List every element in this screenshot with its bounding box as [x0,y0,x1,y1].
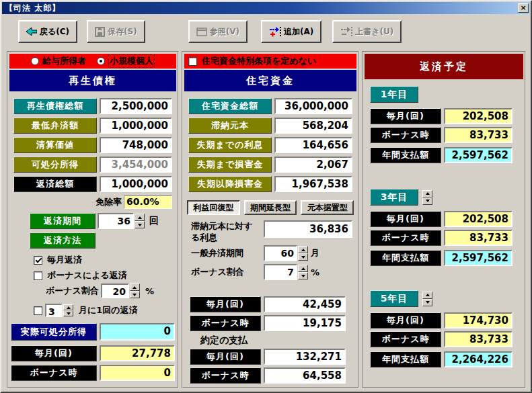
year-3-bonus-label: ボーナス時 [370,230,441,246]
down-triangle-icon [67,312,71,315]
min-payment-input[interactable]: 1,000,000 [100,118,172,134]
down-triangle-icon [301,256,305,259]
spinner-down-button[interactable] [298,272,308,279]
bonus-ratio-spinner[interactable] [130,283,140,298]
type-extend-button[interactable]: 期間延長型 [244,200,297,215]
interval-months-input[interactable]: 3 [45,304,63,317]
repay-period-input[interactable]: 36 [98,213,134,229]
housing-bonus-ratio-spinner[interactable] [298,265,308,279]
field-row: 失期以降損害金 1,967,538 [188,176,352,192]
spinner-up-button[interactable] [298,246,308,253]
year-1-label: 1年目 [370,86,418,103]
type-defer-button[interactable]: 元本据置型 [301,200,354,215]
field-row: 清算価値 748,000 [13,137,172,153]
spinner-down-button[interactable] [422,299,432,306]
arrears-interest-input[interactable]: 36,836 [264,220,352,238]
close-button[interactable]: × [518,3,529,13]
field-row: ボーナス時 83,733 [370,331,512,347]
overwrite-record-icon [340,26,352,37]
no-special-clause-label: 住宅資金特別条項を定めない [202,55,316,67]
interval-months-spinner[interactable] [63,304,73,316]
liquidation-value-input[interactable]: 748,000 [100,137,172,153]
field-row: 滞納元本 568,204 [188,118,352,134]
add-button[interactable]: 追加(A) [261,20,321,43]
bonus-repay-check-row[interactable]: ボーナスによる返済 [34,270,178,281]
field-row: 最低弁済額 1,000,000 [13,118,172,134]
monthly-repay-check-row[interactable]: 毎月返済 [34,255,178,265]
spinner-up-button[interactable] [298,265,308,272]
no-special-clause-checkbox[interactable] [188,57,197,66]
spinner-up-button[interactable] [63,304,73,310]
actual-disposable-income-value: 0 [100,323,175,341]
close-icon: × [520,3,526,12]
spinner-up-button[interactable] [422,190,432,198]
general-period-spinner[interactable] [298,246,308,261]
radio-group-small-individual[interactable]: 小規模個人 [97,54,155,68]
damages-until-default-input[interactable]: 2,067 [274,157,352,173]
spinner-down-button[interactable] [63,310,73,316]
year-3-monthly-value: 202,508 [444,211,512,227]
liquidation-value-label: 清算価値 [13,137,97,153]
year-5-spinner[interactable] [422,292,432,306]
debtor-type-bar: 給与所得者 小規模個人 [9,54,176,69]
rehab-claim-panel: 給与所得者 小規模個人 再生債権 再生債権総額 2,500,000 最低弁済額 … [7,51,179,388]
interval-repay-checkbox[interactable] [34,306,42,315]
rehab-total-input[interactable]: 2,500,000 [100,98,172,114]
salary-earner-radio[interactable] [31,57,39,65]
spinner-down-button[interactable] [422,198,432,205]
spinner-down-button[interactable] [135,221,145,228]
repay-total-input[interactable]: 1,000,000 [100,176,172,192]
agreed-bonus-label: ボーナス時 [190,367,261,384]
field-row: 年間支払額 2,264,226 [370,351,512,367]
housing-bonus-ratio-input[interactable]: 7 [264,264,297,280]
agreed-monthly-label: 毎月(回) [190,349,261,365]
disposable-income-label: 可処分所得 [13,157,97,173]
monthly-repay-checkbox[interactable] [34,256,42,265]
repay-period-spinner[interactable] [135,214,145,228]
bonus-ratio-row: ボーナス割合 20 % [46,283,178,298]
housing-bonus-value: 19,175 [264,315,346,331]
arrears-principal-input[interactable]: 568,204 [274,118,352,134]
damages-after-default-input[interactable]: 1,967,538 [274,176,352,192]
type-recover-button[interactable]: 利益回復型 [187,200,240,215]
repayment-schedule-panel: 返済予定 1年目 毎月(回) 202,508 ボーナス時 83,733 年間支払… [362,51,526,388]
repayment-schedule-header: 返済予定 [365,54,523,79]
field-row: 年間支払額 2,597,562 [370,250,512,266]
bonus-ratio-label: ボーナス割合 [46,285,99,297]
field-row: 毎月(回) 42,459 [190,296,346,312]
housing-monthly-label: 毎月(回) [190,296,261,312]
spinner-down-button[interactable] [130,291,140,298]
spinner-up-button[interactable] [135,214,145,221]
year-3-annual-label: 年間支払額 [370,250,441,266]
housing-bonus-ratio-unit: % [311,267,319,277]
field-row: 毎月(回) 202,508 [370,211,512,227]
radio-group-salary-earner[interactable]: 給与所得者 [31,55,86,67]
down-triangle-icon [426,301,430,304]
general-period-unit: 月 [311,247,319,259]
spinner-up-button[interactable] [422,292,432,299]
rehab-bonus-label: ボーナス時 [11,365,97,381]
interest-until-default-input[interactable]: 164,656 [274,137,352,153]
damages-until-default-label: 失期まで損害金 [188,157,272,173]
actual-income-row: 実際可処分所得 0 [11,323,175,341]
field-row: ボーナス時 0 [11,365,175,381]
spinner-down-button[interactable] [298,253,308,261]
year-3-spinner[interactable] [422,190,432,205]
spinner-up-button[interactable] [130,283,140,291]
up-triangle-icon [301,267,305,270]
field-row: 毎月(回) 174,730 [370,312,512,329]
rehab-monthly-value: 27,778 [100,345,175,361]
small-individual-radio[interactable] [97,57,105,65]
year-1-row: 1年目 [370,86,518,103]
back-button[interactable]: 戻る(C) [18,20,77,43]
up-triangle-icon [426,192,430,195]
bonus-ratio-input[interactable]: 20 [101,283,129,298]
bonus-repay-checkbox[interactable] [34,271,42,280]
damages-after-default-label: 失期以降損害金 [188,176,272,192]
general-period-input[interactable]: 60 [264,245,297,261]
disposable-income-field: 3,454,000 [100,157,172,173]
housing-total-label: 住宅資金総額 [188,98,272,114]
housing-total-input[interactable]: 36,000,000 [274,98,352,114]
year-1-bonus-label: ボーナス時 [370,127,441,143]
year-5-row: 5年目 [370,290,518,307]
